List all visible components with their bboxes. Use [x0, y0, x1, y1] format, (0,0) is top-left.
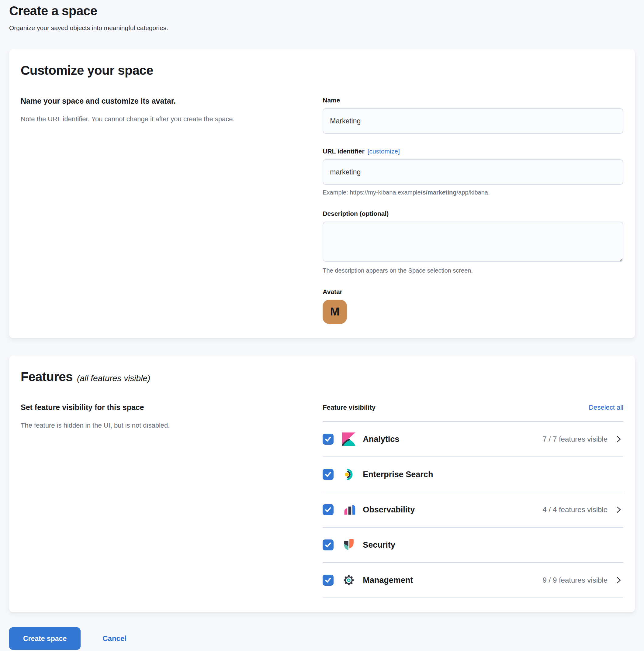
avatar-row: Avatar M [323, 288, 623, 324]
description-label: Description (optional) [323, 210, 623, 217]
feature-checkbox[interactable] [323, 504, 333, 515]
divider [323, 597, 623, 598]
name-input[interactable] [323, 108, 623, 134]
feature-row-management[interactable]: Management 9 / 9 features visible [323, 563, 623, 597]
create-space-button[interactable]: Create space [9, 627, 81, 650]
create-space-page: Create a space Organize your saved objec… [9, 4, 635, 650]
feature-checkbox[interactable] [323, 539, 333, 550]
features-section-description: The feature is hidden in the UI, but is … [21, 420, 313, 430]
feature-checkbox[interactable] [323, 434, 333, 445]
chevron-right-icon[interactable] [614, 434, 623, 444]
feature-checkbox[interactable] [323, 469, 333, 480]
observability-logo-icon [342, 503, 355, 516]
customize-card: Customize your space Name your space and… [9, 49, 635, 338]
page-title: Create a space [9, 4, 635, 18]
feature-row-enterprise-search[interactable]: Enterprise Search [323, 457, 623, 492]
enterprise-search-logo-icon [342, 468, 355, 481]
name-label: Name [323, 97, 623, 104]
features-card-title: Features(all features visible) [21, 370, 623, 384]
customize-url-link[interactable]: [customize] [368, 148, 400, 155]
kibana-logo-icon [342, 432, 355, 446]
feature-count: 7 / 7 features visible [543, 435, 608, 443]
url-identifier-row: URL identifier[customize] Example: https… [323, 148, 623, 196]
features-section-title: Set feature visibility for this space [21, 403, 313, 412]
features-title-note: (all features visible) [77, 374, 150, 383]
description-textarea[interactable] [323, 222, 623, 262]
feature-visibility-label: Feature visibility [323, 404, 376, 411]
deselect-all-link[interactable]: Deselect all [589, 404, 623, 411]
feature-row-security[interactable]: Security [323, 528, 623, 562]
avatar-label: Avatar [323, 288, 623, 296]
features-card: Features(all features visible) Set featu… [9, 355, 635, 612]
customize-section-description: Note the URL identifier. You cannot chan… [21, 114, 313, 124]
name-field-row: Name [323, 97, 623, 134]
chevron-right-icon[interactable] [614, 505, 623, 515]
cancel-button[interactable]: Cancel [103, 634, 126, 643]
space-avatar: M [323, 300, 347, 324]
chevron-right-icon[interactable] [614, 575, 623, 585]
security-logo-icon [342, 538, 355, 552]
feature-row-observability[interactable]: Observability 4 / 4 features visible [323, 492, 623, 527]
customize-section-title: Name your space and customize its avatar… [21, 97, 313, 105]
page-header: Create a space Organize your saved objec… [9, 4, 635, 32]
feature-list: Analytics 7 / 7 features visible Enterpr… [323, 422, 623, 598]
feature-count: 4 / 4 features visible [543, 505, 608, 514]
url-identifier-input[interactable] [323, 159, 623, 185]
gear-icon [342, 574, 355, 587]
url-identifier-label: URL identifier[customize] [323, 148, 623, 155]
feature-count: 9 / 9 features visible [543, 576, 608, 584]
description-field-row: Description (optional) The description a… [323, 210, 623, 274]
url-example-help: Example: https://my-kibana.example/s/mar… [323, 189, 623, 196]
page-footer: Create space Cancel [9, 627, 635, 650]
page-subtitle: Organize your saved objects into meaning… [9, 24, 635, 32]
description-help: The description appears on the Space sel… [323, 267, 623, 274]
customize-card-title: Customize your space [21, 63, 623, 78]
feature-list-header: Feature visibility Deselect all [323, 404, 623, 411]
feature-row-analytics[interactable]: Analytics 7 / 7 features visible [323, 422, 623, 457]
feature-checkbox[interactable] [323, 575, 333, 586]
